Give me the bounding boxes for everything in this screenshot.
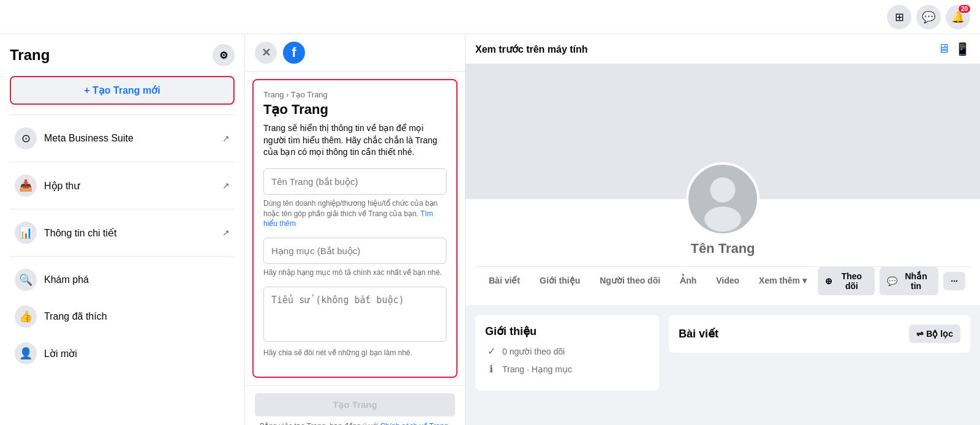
followers-count: 0 người theo dõi bbox=[502, 347, 565, 356]
top-nav: ⊞ 💬 🔔 20 bbox=[0, 0, 980, 34]
name-hint: Dùng tên doanh nghiệp/thương hiệu/tổ chứ… bbox=[263, 198, 447, 229]
category-hint: Hãy nhập hạng mục mô tả chính xác nhất v… bbox=[263, 268, 447, 278]
intro-card-title: Giới thiệu bbox=[485, 325, 649, 338]
sidebar-title-text: Trang bbox=[10, 47, 50, 64]
sidebar-item-label: Thông tin chi tiết bbox=[44, 227, 117, 239]
bio-input[interactable] bbox=[263, 287, 447, 342]
sidebar-item-inbox[interactable]: 📥 Hộp thư ↗ bbox=[10, 167, 235, 204]
sidebar-item-left: 👤 Lời mời bbox=[15, 342, 77, 364]
svg-point-0 bbox=[710, 178, 735, 203]
close-icon: ✕ bbox=[262, 46, 271, 59]
form-description: Trang sẽ hiển thị thông tin về bạn để mọ… bbox=[263, 122, 447, 159]
discover-icon: 🔍 bbox=[15, 269, 37, 291]
tab-posts[interactable]: Bài viết bbox=[480, 268, 529, 295]
page-nav-tabs: Bài viết Giới thiệu Người theo dõi Ảnh V… bbox=[475, 266, 970, 295]
messenger-icon: 💬 bbox=[922, 10, 935, 24]
follow-button[interactable]: ⊕ Theo dõi bbox=[818, 267, 875, 295]
notification-badge: 20 bbox=[959, 5, 970, 13]
category-item: ℹ Trang · Hạng mục bbox=[485, 363, 649, 375]
sidebar-item-left: 👍 Trang đã thích bbox=[15, 306, 107, 328]
page-name-input[interactable] bbox=[263, 168, 447, 195]
intro-card: Giới thiệu ✓ 0 người theo dõi ℹ Trang · … bbox=[475, 315, 659, 391]
facebook-logo: f bbox=[283, 42, 305, 64]
page-right-col: Bài viết ⇌ Bộ lọc bbox=[669, 315, 970, 398]
form-title: Tạo Trang bbox=[263, 102, 447, 118]
sidebar-divider-2 bbox=[10, 162, 235, 162]
sidebar-item-left: 📊 Thông tin chi tiết bbox=[15, 222, 117, 244]
sidebar-item-left: 📥 Hộp thư bbox=[15, 175, 80, 197]
tab-followers[interactable]: Người theo dõi bbox=[591, 268, 669, 295]
invites-icon: 👤 bbox=[15, 342, 37, 364]
more-options-button[interactable]: ··· bbox=[943, 272, 965, 290]
page-name-display: Tên Trang bbox=[475, 241, 970, 257]
center-top: ✕ f bbox=[245, 34, 465, 72]
followers-item: ✓ 0 người theo dõi bbox=[485, 345, 649, 357]
terms-text: Bằng việc tạo Trang, bạn đồng ý với Chín… bbox=[255, 421, 455, 425]
sidebar-item-label: Khám phá bbox=[44, 274, 89, 285]
tab-videos[interactable]: Video bbox=[707, 268, 748, 295]
arrow-icon: ↗ bbox=[222, 181, 230, 190]
terms-policy-link[interactable]: Chính sách về Trang, bbox=[380, 422, 450, 425]
sidebar-item-invites[interactable]: 👤 Lời mời bbox=[10, 335, 235, 372]
message-icon: 💬 bbox=[887, 276, 897, 286]
follow-icon: ⊕ bbox=[825, 276, 832, 286]
nav-icons: ⊞ 💬 🔔 20 bbox=[887, 5, 970, 29]
page-left-col: Giới thiệu ✓ 0 người theo dõi ℹ Trang · … bbox=[475, 315, 659, 398]
sidebar-item-label: Lời mời bbox=[44, 348, 77, 359]
category-icon: ℹ bbox=[485, 363, 497, 375]
sidebar-divider-1 bbox=[10, 115, 235, 115]
arrow-icon: ↗ bbox=[222, 134, 230, 143]
grid-icon-btn[interactable]: ⊞ bbox=[887, 5, 911, 29]
liked-icon: 👍 bbox=[15, 306, 37, 328]
submit-button[interactable]: Tạo Trang bbox=[255, 393, 455, 416]
page-action-buttons: ⊕ Theo dõi 💬 Nhắn tin ··· bbox=[818, 267, 965, 295]
sidebar-header: Trang ⚙ bbox=[10, 44, 235, 66]
page-content-area: Giới thiệu ✓ 0 người theo dõi ℹ Trang · … bbox=[466, 305, 980, 408]
avatar-container bbox=[475, 162, 970, 236]
sidebar-item-meta-business[interactable]: ⊙ Meta Business Suite ↗ bbox=[10, 120, 235, 157]
category-input[interactable] bbox=[263, 238, 447, 264]
bio-hint: Hãy chia sẻ đôi nét về những gì bạn làm … bbox=[263, 348, 447, 358]
profile-section: Tên Trang Bài viết Giới thiệu Người theo… bbox=[466, 162, 980, 305]
preview-title: Xem trước trên máy tính bbox=[475, 43, 588, 55]
insights-icon: 📊 bbox=[15, 222, 37, 244]
followers-icon: ✓ bbox=[485, 345, 497, 357]
sidebar-item-discover[interactable]: 🔍 Khám phá bbox=[10, 261, 235, 298]
tab-photos[interactable]: Ảnh bbox=[671, 268, 705, 295]
sidebar-item-label: Meta Business Suite bbox=[44, 133, 134, 144]
desktop-icon[interactable]: 🖥 bbox=[938, 42, 950, 56]
sidebar: Trang ⚙ + Tạo Trang mới ⊙ Meta Business … bbox=[0, 34, 245, 425]
svg-point-1 bbox=[704, 206, 741, 231]
gear-button[interactable]: ⚙ bbox=[213, 44, 235, 66]
sidebar-item-insights[interactable]: 📊 Thông tin chi tiết ↗ bbox=[10, 214, 235, 251]
sidebar-item-label: Trang đã thích bbox=[44, 311, 107, 322]
sidebar-item-liked[interactable]: 👍 Trang đã thích bbox=[10, 298, 235, 335]
meta-business-icon: ⊙ bbox=[15, 127, 37, 149]
tab-about[interactable]: Giới thiệu bbox=[531, 268, 589, 295]
main-layout: Trang ⚙ + Tạo Trang mới ⊙ Meta Business … bbox=[0, 34, 980, 425]
arrow-icon: ↗ bbox=[222, 228, 230, 238]
tab-more[interactable]: Xem thêm ▾ bbox=[750, 268, 815, 295]
inbox-icon: 📥 bbox=[15, 175, 37, 197]
posts-card: Bài viết ⇌ Bộ lọc bbox=[669, 315, 970, 353]
center-panel: ➔ ✕ f Trang › Tạo Trang Tạo Trang Trang … bbox=[245, 34, 466, 425]
breadcrumb: Trang › Tạo Trang bbox=[263, 90, 447, 99]
sidebar-item-label: Hộp thư bbox=[44, 180, 80, 192]
bell-icon-btn[interactable]: 🔔 20 bbox=[946, 5, 970, 29]
create-page-label: + Tạo Trang mới bbox=[84, 85, 160, 96]
create-page-form: Trang › Tạo Trang Tạo Trang Trang sẽ hiể… bbox=[252, 79, 458, 378]
category-text: Trang · Hạng mục bbox=[502, 364, 572, 374]
mobile-icon[interactable]: 📱 bbox=[955, 42, 970, 56]
gear-icon: ⚙ bbox=[219, 50, 228, 61]
filter-button[interactable]: ⇌ Bộ lọc bbox=[909, 325, 960, 343]
sidebar-item-left: ⊙ Meta Business Suite bbox=[15, 127, 134, 149]
message-button[interactable]: 💬 Nhắn tin bbox=[880, 267, 938, 295]
sidebar-item-left: 🔍 Khám phá bbox=[15, 269, 89, 291]
messenger-icon-btn[interactable]: 💬 bbox=[916, 5, 941, 29]
sidebar-divider-4 bbox=[10, 256, 235, 257]
close-button[interactable]: ✕ bbox=[255, 42, 277, 64]
sidebar-divider-3 bbox=[10, 209, 235, 209]
preview-panel: Xem trước trên máy tính 🖥 📱 Tên Trang bbox=[466, 34, 980, 425]
avatar bbox=[686, 162, 760, 236]
create-page-button[interactable]: + Tạo Trang mới bbox=[10, 76, 235, 105]
